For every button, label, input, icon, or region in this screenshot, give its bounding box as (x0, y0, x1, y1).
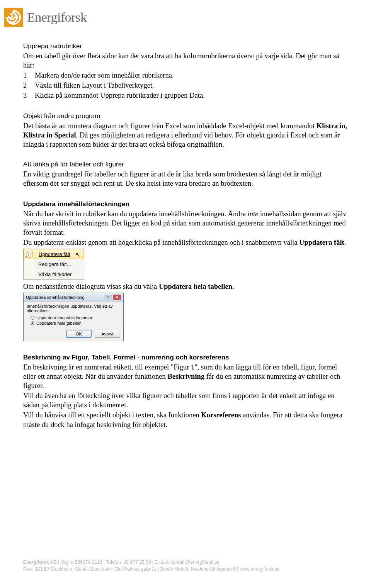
body-text: En viktig grundregel för tabeller och fi… (23, 169, 348, 188)
body-text: Vill du hänvisa till ett speciellt objek… (23, 410, 348, 429)
footer: Energiforsk AB | Org.nr 556974-2116 | Te… (23, 559, 348, 573)
close-icon[interactable]: ✕ (113, 295, 121, 300)
cancel-button[interactable]: Avbryt (95, 330, 120, 338)
dialog-uppdatera: Uppdatera innehållsförteckning ? ✕ Inneh… (23, 293, 124, 341)
menu-item-uppdatera-falt[interactable]: Uppdatera fält ↖ (24, 249, 84, 259)
cursor-icon: ↖ (75, 251, 80, 258)
radio-icon-selected (31, 321, 34, 325)
update-icon (24, 249, 36, 259)
dialog-message: Innehållsförteckningen uppdateras. Välj … (27, 304, 120, 313)
radio-label: Uppdatera endast sidnummer (36, 315, 92, 320)
radio-uppdatera-tabellen[interactable]: Uppdatera hela tabellen (27, 320, 120, 326)
ok-button[interactable]: OK (66, 330, 92, 338)
list-text: Klicka på kommandot Upprepa rubrikrader … (35, 91, 205, 101)
radio-icon (31, 316, 34, 320)
radio-uppdatera-sidnummer[interactable]: Uppdatera endast sidnummer (27, 315, 120, 320)
menu-label: Växla fältkoder (35, 271, 71, 277)
menu-item-vaxla-faltkoder[interactable]: Växla fältkoder (24, 269, 84, 279)
body-text: Vill du även ha en förteckning över vilk… (23, 391, 348, 410)
body-text: Det bästa är att montera diagram och fig… (23, 121, 348, 149)
dialog-title: Uppdatera innehållsförteckning (26, 295, 85, 300)
spiral-icon (4, 8, 23, 27)
radio-label: Uppdatera hela tabellen (36, 321, 82, 325)
body-text: En beskrivning är en numrerad etikett, t… (23, 363, 348, 390)
context-menu: Uppdatera fält ↖ Redigera fält... Växla … (23, 249, 84, 280)
help-icon[interactable]: ? (104, 295, 112, 300)
heading-beskrivning: Beskrivning av Figur, Tabell, Formel - n… (23, 354, 348, 361)
logo-text: Energiforsk (27, 10, 87, 25)
menu-label: Redigera fält... (35, 261, 71, 267)
blank-icon (24, 269, 35, 279)
body-text: När du har skrivit in rubriker kan du up… (23, 209, 348, 237)
list-text: Växla till fliken Layout i Tabellverktyg… (35, 81, 154, 91)
footer-line: Post: 101 53 Stockholm | Besök Stockholm… (23, 566, 348, 573)
heading-upprepa: Upprepa radrubriker (23, 42, 348, 50)
heading-objekt: Objekt från andra program (23, 112, 348, 120)
menu-item-redigera-falt[interactable]: Redigera fält... (24, 259, 84, 269)
heading-uppdatera: Uppdatera innehållsförteckningen (23, 200, 348, 208)
logo: Energiforsk (4, 8, 348, 27)
body-text: Du uppdaterar enklast genom att högerkli… (23, 238, 348, 247)
menu-label: Uppdatera fält (36, 251, 70, 257)
heading-tanka: Att tänka på för tabeller och figurer (23, 161, 348, 168)
body-text: Om nedanstående dialogruta visas ska du … (23, 282, 348, 291)
blank-icon (24, 259, 35, 269)
dialog-titlebar: Uppdatera innehållsförteckning ? ✕ (24, 293, 123, 302)
list-text: Markera den/de rader som innehåller rubr… (35, 71, 174, 81)
list-item: 3Klicka på kommandot Upprepa rubrikrader… (23, 91, 348, 101)
list-item: 1Markera den/de rader som innehåller rub… (23, 71, 348, 81)
body-text: Om en tabell går över flera sidor kan de… (23, 51, 348, 70)
list-item: 2Växla till fliken Layout i Tabellverkty… (23, 81, 348, 91)
